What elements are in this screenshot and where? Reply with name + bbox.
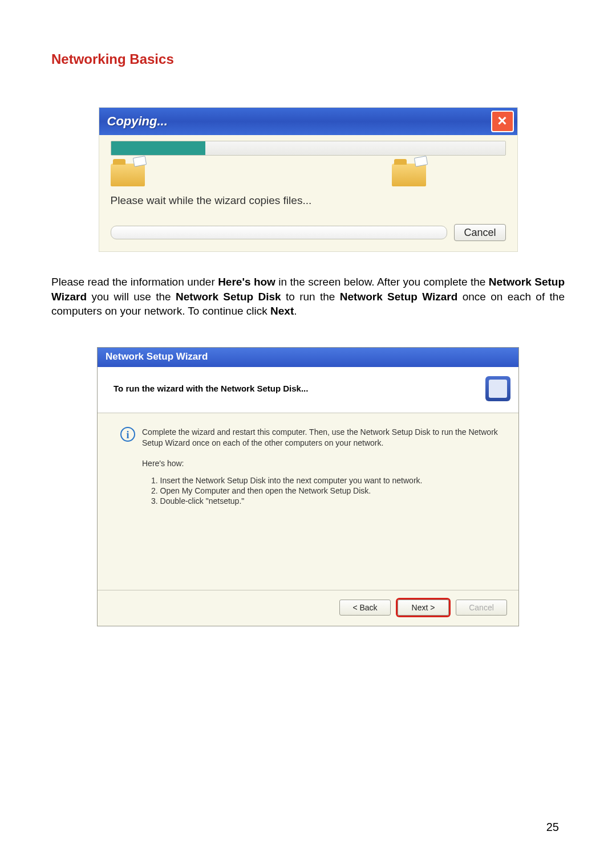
wizard-dialog: Network Setup Wizard To run the wizard w… — [97, 347, 519, 626]
copying-titlebar: Copying... × — [99, 108, 517, 135]
progress-bar — [111, 141, 506, 156]
info-icon: i — [120, 427, 135, 442]
next-button[interactable]: Next > — [398, 600, 449, 616]
wizard-header-text: To run the wizard with the Network Setup… — [114, 384, 485, 393]
folder-icon — [111, 164, 145, 186]
wizard-footer: < Back Next > Cancel — [98, 590, 518, 626]
wizard-body: i Complete the wizard and restart this c… — [98, 413, 518, 590]
wizard-step: 3. Double-click "netsetup." — [151, 496, 501, 506]
instruction-text: Please read the information under Here's… — [51, 275, 565, 319]
wizard-step: 2. Open My Computer and then open the Ne… — [151, 486, 501, 495]
wizard-step: 1. Insert the Network Setup Disk into th… — [151, 476, 501, 485]
file-progress-bar — [111, 226, 448, 239]
page-number: 25 — [546, 821, 559, 834]
copying-dialog: Copying... × Please wait while the wizar… — [99, 107, 518, 252]
file-copy-animation — [111, 161, 506, 192]
wizard-steps: 1. Insert the Network Setup Disk into th… — [151, 476, 501, 506]
network-icon — [485, 376, 510, 401]
page-heading: Networking Basics — [51, 51, 565, 67]
wizard-info-text: Complete the wizard and restart this com… — [142, 427, 501, 449]
progress-fill — [111, 141, 206, 155]
cancel-button[interactable]: Cancel — [454, 224, 505, 241]
cancel-button: Cancel — [456, 600, 507, 616]
copying-title: Copying... — [107, 114, 491, 129]
wizard-header: To run the wizard with the Network Setup… — [98, 367, 518, 413]
wizard-titlebar: Network Setup Wizard — [98, 348, 518, 367]
folder-icon — [392, 164, 426, 186]
heres-how-label: Here's how: — [142, 459, 501, 468]
close-icon[interactable]: × — [491, 111, 514, 132]
copying-message: Please wait while the wizard copies file… — [111, 194, 506, 207]
back-button[interactable]: < Back — [339, 600, 391, 616]
